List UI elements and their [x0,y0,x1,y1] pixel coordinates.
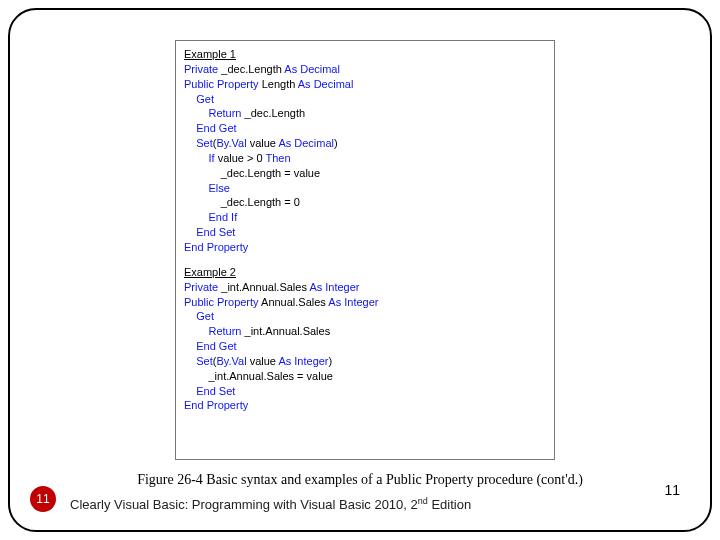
footer-sup: nd [418,496,428,506]
example1-heading: Example 1 [184,47,546,62]
figure-caption: Figure 26-4 Basic syntax and examples of… [10,472,710,488]
example2-code: Private _int.Annual.Sales As IntegerPubl… [184,280,546,414]
example1-code: Private _dec.Length As DecimalPublic Pro… [184,62,546,255]
slide-number-badge: 11 [30,486,56,512]
footer-suffix: Edition [428,497,471,512]
example2-heading: Example 2 [184,265,546,280]
slide-frame: Example 1 Private _dec.Length As Decimal… [8,8,712,532]
page-number: 11 [664,482,680,498]
code-box: Example 1 Private _dec.Length As Decimal… [175,40,555,460]
footer-text: Clearly Visual Basic: Programming with V… [70,496,471,512]
footer-prefix: Clearly Visual Basic: Programming with V… [70,497,418,512]
